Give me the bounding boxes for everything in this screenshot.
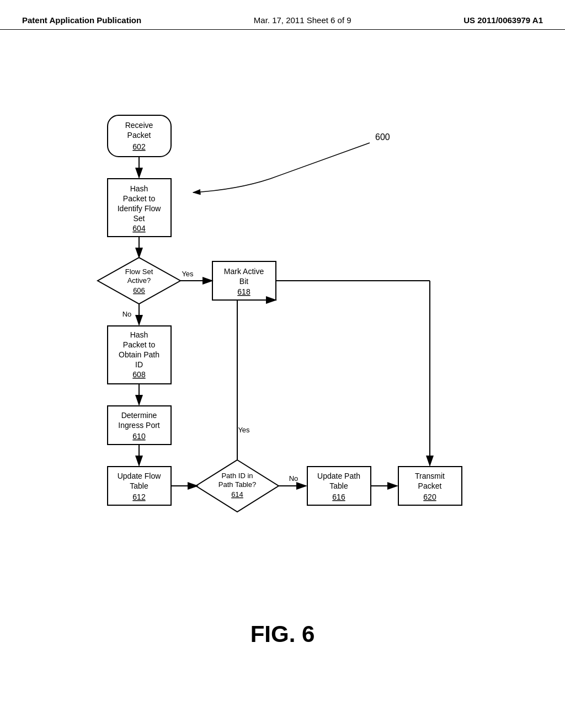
svg-text:Transmit: Transmit <box>415 472 445 480</box>
publication-label: Patent Application Publication <box>22 15 141 25</box>
svg-text:610: 610 <box>132 432 146 441</box>
svg-text:Path ID in: Path ID in <box>221 472 253 480</box>
svg-text:Packet: Packet <box>127 131 151 140</box>
svg-text:Packet to: Packet to <box>123 194 156 203</box>
svg-text:Table: Table <box>130 481 148 490</box>
svg-text:602: 602 <box>132 142 146 151</box>
svg-text:Receive: Receive <box>125 121 153 130</box>
svg-text:620: 620 <box>423 493 436 501</box>
svg-text:Determine: Determine <box>121 411 157 420</box>
svg-text:Update Path: Update Path <box>317 472 360 480</box>
svg-text:Mark Active: Mark Active <box>224 267 264 276</box>
svg-text:Packet: Packet <box>418 481 442 490</box>
svg-text:Bit: Bit <box>239 277 248 286</box>
svg-text:Set: Set <box>133 214 145 223</box>
svg-text:616: 616 <box>332 493 345 501</box>
svg-text:608: 608 <box>132 370 146 379</box>
page-header: Patent Application Publication Mar. 17, … <box>0 0 565 30</box>
svg-text:Yes: Yes <box>182 270 194 278</box>
svg-text:Yes: Yes <box>238 426 250 434</box>
svg-text:604: 604 <box>132 224 146 233</box>
svg-text:Hash: Hash <box>130 330 148 339</box>
patent-number: US 2011/0063979 A1 <box>463 15 543 25</box>
svg-text:Table: Table <box>329 481 348 490</box>
svg-text:606: 606 <box>133 286 145 295</box>
svg-text:600: 600 <box>375 132 390 142</box>
svg-text:No: No <box>289 474 299 483</box>
svg-text:614: 614 <box>231 490 243 499</box>
svg-text:Obtain Path: Obtain Path <box>119 350 159 359</box>
svg-text:Flow Set: Flow Set <box>125 267 153 276</box>
sheet-info: Mar. 17, 2011 Sheet 6 of 9 <box>254 15 351 25</box>
svg-text:618: 618 <box>237 287 250 296</box>
figure-label: FIG. 6 <box>250 621 315 647</box>
svg-text:612: 612 <box>132 493 146 501</box>
svg-text:Active?: Active? <box>127 276 151 285</box>
svg-text:Ingress Port: Ingress Port <box>118 421 160 430</box>
flowchart-diagram: 600 Receive Packet 602 Hash Packet to Id… <box>0 30 565 681</box>
svg-text:Update Flow: Update Flow <box>118 472 161 480</box>
svg-text:ID: ID <box>135 360 143 369</box>
svg-text:No: No <box>122 310 132 318</box>
svg-text:Hash: Hash <box>130 184 148 193</box>
svg-text:Identify Flow: Identify Flow <box>118 204 161 213</box>
svg-text:Path Table?: Path Table? <box>218 480 256 489</box>
svg-text:Packet to: Packet to <box>123 340 156 349</box>
